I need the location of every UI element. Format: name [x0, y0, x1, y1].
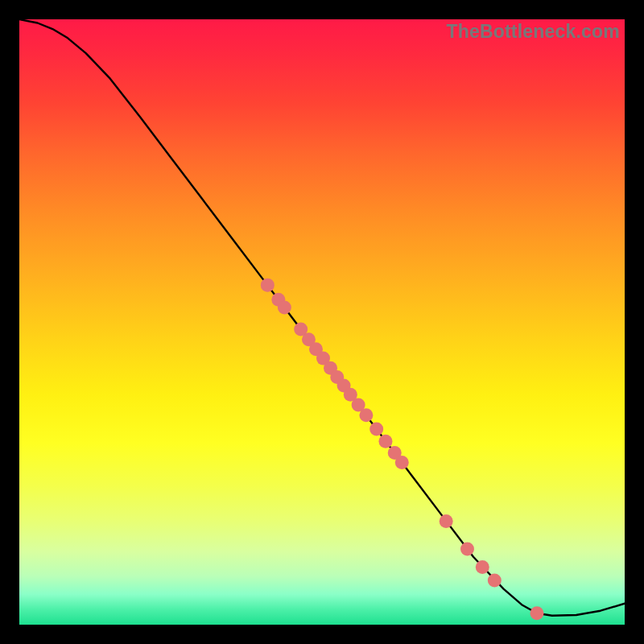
data-point [261, 279, 275, 292]
data-point [460, 543, 474, 556]
data-point [395, 456, 409, 469]
data-point [530, 606, 543, 620]
data-point [278, 300, 291, 314]
data-point [440, 514, 453, 528]
data-point [369, 423, 383, 436]
bottleneck-curve [19, 19, 625, 616]
plot-area: TheBottleneck.com [19, 19, 625, 625]
data-point [359, 408, 373, 422]
data-point [476, 560, 489, 574]
data-points-group [261, 279, 544, 621]
chart-container: TheBottleneck.com [0, 0, 644, 644]
chart-svg [19, 19, 625, 625]
data-point [378, 435, 392, 448]
data-point [488, 574, 502, 588]
